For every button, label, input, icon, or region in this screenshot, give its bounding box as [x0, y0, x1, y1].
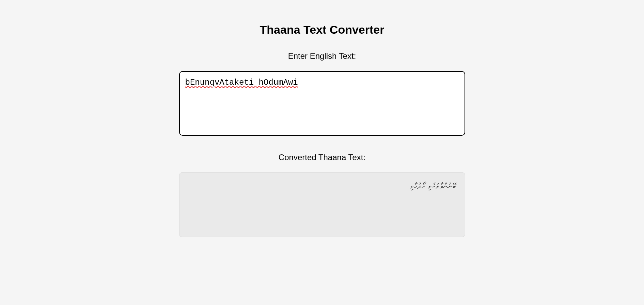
output-label: Converted Thaana Text: — [179, 153, 465, 162]
text-caret — [298, 77, 298, 85]
page-title: Thaana Text Converter — [179, 23, 465, 36]
input-label: Enter English Text: — [179, 51, 465, 61]
english-input[interactable]: bEnunqvAtaketi hOdumAwi — [179, 71, 465, 136]
input-text-value: bEnunqvAtaketi hOdumAwi — [185, 78, 298, 87]
thaana-output: ބޭނުންވާތަކެތި ހޯދުމާވި — [179, 172, 465, 237]
converter-container: Thaana Text Converter Enter English Text… — [179, 0, 465, 237]
